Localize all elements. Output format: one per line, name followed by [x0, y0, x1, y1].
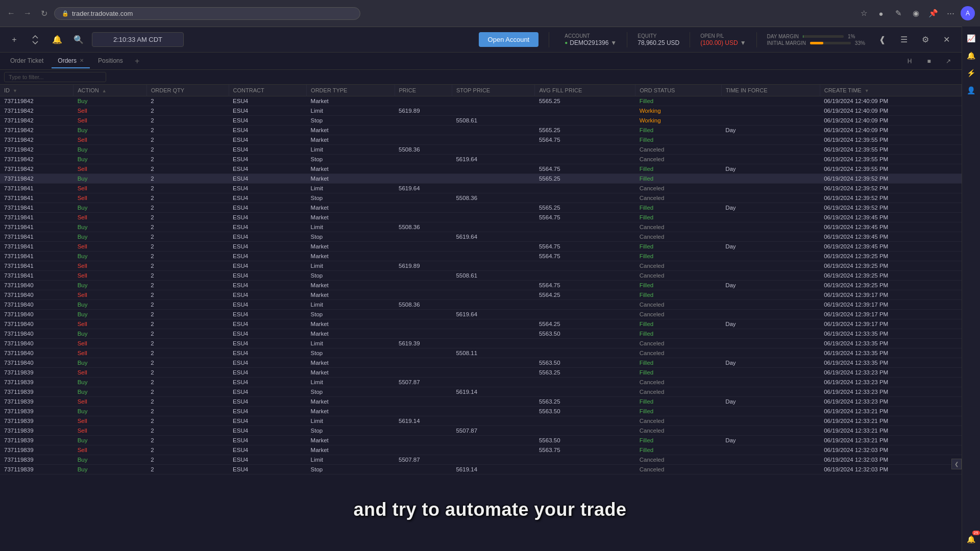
- col-stop-price[interactable]: STOP PRICE: [452, 85, 535, 96]
- layout-button[interactable]: ☰: [896, 32, 912, 48]
- sidebar-chart-button[interactable]: 📈: [964, 31, 979, 46]
- sidebar-home-button[interactable]: ⚡: [964, 65, 979, 81]
- tab-orders-label: Orders: [58, 57, 77, 64]
- browser-menu-button[interactable]: ⋯: [943, 6, 958, 20]
- cell-type: Limit: [307, 339, 395, 348]
- cell-price: [395, 193, 452, 203]
- cell-status: Working: [635, 116, 721, 126]
- expand-button[interactable]: ❰: [874, 32, 891, 48]
- cell-stop: [452, 445, 535, 455]
- table-row: 737119842 Buy 2 ESU4 Limit 5508.36 Cance…: [0, 145, 962, 155]
- filter-input[interactable]: [4, 72, 106, 82]
- col-action[interactable]: ACTION ▲: [74, 85, 147, 96]
- cell-status: Filled: [635, 126, 721, 135]
- tab-orders[interactable]: Orders ✕: [52, 54, 90, 68]
- cell-avg: 5563.75: [535, 445, 635, 455]
- cell-status: Canceled: [635, 184, 721, 193]
- pnl-dropdown-icon[interactable]: ▼: [740, 39, 746, 46]
- cell-stop: [452, 242, 535, 252]
- cell-stop: [452, 407, 535, 416]
- cell-type: Market: [307, 436, 395, 445]
- cell-id: 737119840: [0, 329, 74, 339]
- star-button[interactable]: ☆: [856, 6, 871, 20]
- cell-id: 737119839: [0, 378, 74, 387]
- cell-status: Canceled: [635, 222, 721, 232]
- cell-price: [395, 155, 452, 164]
- tab-order-ticket[interactable]: Order Ticket: [4, 54, 50, 68]
- sidebar-collapse-button[interactable]: ❮: [951, 459, 962, 469]
- col-ord-status[interactable]: ORD STATUS: [635, 85, 721, 96]
- search-button[interactable]: 🔍: [70, 32, 87, 48]
- cell-time: 06/19/2024 12:39:45 PM: [820, 232, 961, 242]
- extension-button-4[interactable]: 📌: [926, 6, 940, 20]
- back-button[interactable]: ←: [5, 7, 17, 19]
- table-row: 737119841 Buy 2 ESU4 Market 5565.25 Fill…: [0, 203, 962, 213]
- cell-tif: [721, 135, 820, 145]
- cell-type: Market: [307, 397, 395, 407]
- open-account-button[interactable]: Open Account: [479, 32, 539, 47]
- close-header-button[interactable]: ✕: [939, 32, 955, 48]
- col-price[interactable]: PRICE: [395, 85, 452, 96]
- cell-time: 06/19/2024 12:33:21 PM: [820, 436, 961, 445]
- forward-button[interactable]: →: [21, 7, 34, 19]
- cell-type: Market: [307, 281, 395, 290]
- sidebar-alert-button[interactable]: 🔔: [964, 48, 979, 63]
- cell-time: 06/19/2024 12:39:17 PM: [820, 310, 961, 319]
- notification-button[interactable]: 🔔: [49, 32, 65, 48]
- cell-avg: [535, 426, 635, 436]
- account-dropdown-icon[interactable]: ▼: [610, 39, 617, 46]
- cell-type: Market: [307, 319, 395, 329]
- profile-button[interactable]: A: [961, 6, 975, 20]
- extension-button-1[interactable]: ●: [874, 6, 888, 20]
- address-bar[interactable]: 🔒 trader.tradovate.com: [54, 7, 360, 20]
- cell-id: 737119841: [0, 261, 74, 271]
- cell-tif: Day: [721, 281, 820, 290]
- sidebar-user-button[interactable]: 👤: [964, 83, 979, 98]
- cell-qty: 2: [146, 242, 229, 252]
- pnl-info: OPEN P/L (100.00) USD ▼: [700, 33, 746, 46]
- extension-button-3[interactable]: ◉: [909, 6, 923, 20]
- col-contract[interactable]: CONTRACT: [229, 85, 307, 96]
- cell-action: Sell: [74, 319, 147, 329]
- filter-bar: [0, 70, 980, 85]
- cell-status: Canceled: [635, 145, 721, 155]
- cell-type: Limit: [307, 455, 395, 465]
- tab-expand-button[interactable]: ↗: [940, 53, 957, 69]
- cell-id: 737119841: [0, 232, 74, 242]
- cell-price: [395, 242, 452, 252]
- cell-tif: [721, 106, 820, 116]
- add-widget-button[interactable]: +: [6, 32, 22, 48]
- settings-button[interactable]: ⚙: [917, 32, 934, 48]
- cell-type: Market: [307, 203, 395, 213]
- cell-qty: 2: [146, 348, 229, 358]
- extension-button-2[interactable]: ✎: [891, 6, 905, 20]
- cell-status: Canceled: [635, 193, 721, 203]
- tab-orders-close[interactable]: ✕: [80, 58, 84, 63]
- col-create-time[interactable]: CREATE TIME ▼: [820, 85, 961, 96]
- tab-positions[interactable]: Positions: [92, 54, 129, 68]
- col-order-qty[interactable]: ORDER QTY: [146, 85, 229, 96]
- col-time-in-force[interactable]: TIME IN FORCE: [721, 85, 820, 96]
- reload-button[interactable]: ↻: [38, 7, 50, 19]
- cell-tif: Day: [721, 242, 820, 252]
- col-id[interactable]: ID ▼: [0, 85, 74, 96]
- table-row: 737119839 Buy 2 ESU4 Market 5563.50 Fill…: [0, 407, 962, 416]
- cell-qty: 2: [146, 426, 229, 436]
- tab-grid-button[interactable]: ■: [921, 53, 937, 69]
- cell-status: Filled: [635, 203, 721, 213]
- tab-tile-button[interactable]: H: [901, 53, 918, 69]
- cell-time: 06/19/2024 12:39:52 PM: [820, 193, 961, 203]
- cell-action: Sell: [74, 368, 147, 378]
- cell-qty: 2: [146, 465, 229, 474]
- col-order-type[interactable]: ORDER TYPE: [307, 85, 395, 96]
- add-tab-button[interactable]: +: [131, 55, 143, 67]
- cell-stop: [452, 329, 535, 339]
- col-avg-fill-price[interactable]: AVG FILL PRICE: [535, 85, 635, 96]
- cell-stop: [452, 96, 535, 106]
- cell-status: Canceled: [635, 310, 721, 319]
- trade-button[interactable]: [28, 32, 44, 48]
- cell-contract: ESU4: [229, 319, 307, 329]
- cell-time: 06/19/2024 12:39:45 PM: [820, 222, 961, 232]
- cell-stop: [452, 252, 535, 261]
- cell-contract: ESU4: [229, 252, 307, 261]
